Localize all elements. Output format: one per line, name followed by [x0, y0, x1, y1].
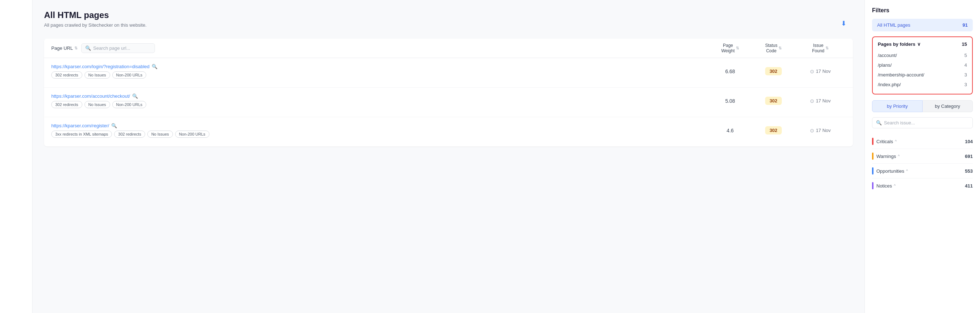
issue-category-warning[interactable]: Warnings ^ 691 [872, 149, 973, 164]
folder-path: /account/ [878, 53, 897, 58]
row-url-link[interactable]: https://kparser.com/account/checkout/ 🔍 [51, 93, 708, 99]
download-button[interactable]: ⬇ [838, 18, 849, 29]
search-issue-wrap: 🔍 [872, 117, 973, 128]
table-row: https://kparser.com/register/ 🔍 3xx redi… [44, 117, 853, 146]
row-badges: 302 redirects No Issues Non-200 URLs [51, 101, 708, 108]
status-badge: 302 [765, 126, 782, 134]
badge-302-redirects[interactable]: 302 redirects [51, 71, 82, 79]
table-header: Page URL ⇅ 🔍 Page Weight ⇅ Status Code [44, 39, 853, 58]
sort-status-icon[interactable]: ⇅ [778, 46, 782, 51]
row-badges: 302 redirects No Issues Non-200 URLs [51, 71, 708, 79]
folder-path: /membership-account/ [878, 72, 924, 77]
main-content: All HTML pages All pages crawled by Site… [32, 0, 864, 313]
url-search-icon: 🔍 [85, 46, 91, 51]
folder-item[interactable]: /account/ 5 [878, 51, 967, 60]
sort-issue-icon[interactable]: ⇅ [826, 46, 829, 51]
warning-count: 691 [965, 153, 973, 159]
table-row: https://kparser.com/account/checkout/ 🔍 … [44, 88, 853, 117]
critical-label: Criticals ^ [877, 139, 897, 144]
filter-all-pages[interactable]: All HTML pages 91 [872, 19, 973, 32]
critical-count: 104 [965, 139, 973, 144]
folder-count: 3 [964, 82, 967, 87]
badge-no-issues[interactable]: No Issues [84, 71, 110, 79]
row-url-link[interactable]: https://kparser.com/register/ 🔍 [51, 123, 708, 128]
pages-table: Page URL ⇅ 🔍 Page Weight ⇅ Status Code [44, 39, 853, 146]
badge-no-issues[interactable]: No Issues [147, 131, 173, 138]
badge-no-issues[interactable]: No Issues [84, 101, 110, 108]
status-badge: 302 [765, 96, 782, 105]
filter-all-pages-label: All HTML pages [877, 22, 910, 28]
filter-all-pages-count: 91 [963, 22, 968, 28]
row-issue-found: ⊙ 17 Nov [795, 98, 846, 104]
issue-category-notice[interactable]: Notices ^ 411 [872, 179, 973, 193]
pages-by-folders: Pages by folders ∨ 15 /account/ 5 /plans… [872, 36, 973, 95]
by-category-tab[interactable]: by Category [923, 100, 973, 112]
issue-category-opportunity[interactable]: Opportunities ^ 553 [872, 164, 973, 179]
opportunity-dot [872, 167, 873, 174]
row-status-code: 302 [752, 67, 795, 75]
row-status-code: 302 [752, 126, 795, 134]
left-sidebar [0, 0, 32, 313]
expand-icon: ^ [906, 169, 908, 173]
by-priority-tab[interactable]: by Priority [872, 100, 923, 112]
url-search-input[interactable] [93, 46, 151, 51]
folder-item[interactable]: /plans/ 4 [878, 60, 967, 70]
sort-icon[interactable]: ⇅ [75, 46, 78, 51]
filters-title: Filters [872, 7, 973, 14]
row-issue-found: ⊙ 17 Nov [795, 128, 846, 133]
row-page-weight: 5.08 [708, 98, 752, 104]
download-icon: ⬇ [841, 20, 846, 27]
row-url-section: https://kparser.com/login/?registration=… [51, 64, 708, 79]
opportunity-count: 553 [965, 168, 973, 174]
notice-label: Notices ^ [877, 183, 896, 188]
folder-count: 3 [964, 72, 967, 77]
folder-count: 4 [964, 62, 967, 68]
external-link-icon: 🔍 [111, 123, 117, 128]
folder-path: /index.php/ [878, 82, 901, 87]
page-title: All HTML pages [44, 10, 146, 20]
folder-count: 5 [964, 53, 967, 58]
badge-3xx-redirects[interactable]: 3xx redirects in XML sitemaps [51, 131, 112, 138]
folders-total-count: 15 [962, 41, 967, 47]
status-badge: 302 [765, 67, 782, 75]
page-subtitle: All pages crawled by Sitechecker on this… [44, 22, 146, 28]
chevron-down-icon: ∨ [917, 41, 921, 47]
badge-302-redirects[interactable]: 302 redirects [114, 131, 145, 138]
expand-icon: ^ [898, 154, 899, 158]
clock-icon: ⊙ [810, 128, 814, 133]
priority-category-tabs: by Priority by Category [872, 100, 973, 112]
clock-icon: ⊙ [810, 98, 814, 104]
col-status-code-header: Status Code ⇅ [752, 43, 795, 53]
col-url-header: Page URL ⇅ 🔍 [51, 43, 708, 53]
critical-dot [872, 138, 873, 145]
col-page-weight-header: Page Weight ⇅ [708, 43, 752, 53]
right-sidebar: Filters All HTML pages 91 Pages by folde… [864, 0, 980, 313]
warning-label: Warnings ^ [877, 153, 900, 159]
folder-item[interactable]: /membership-account/ 3 [878, 70, 967, 80]
folders-title[interactable]: Pages by folders ∨ [878, 41, 921, 47]
badge-non-200[interactable]: Non-200 URLs [112, 101, 146, 108]
url-search-wrap: 🔍 [81, 43, 155, 53]
sort-weight-icon[interactable]: ⇅ [736, 46, 739, 51]
table-row: https://kparser.com/login/?registration=… [44, 58, 853, 88]
row-issue-found: ⊙ 17 Nov [795, 68, 846, 74]
notice-dot [872, 182, 873, 189]
clock-icon: ⊙ [810, 68, 814, 74]
row-url-link[interactable]: https://kparser.com/login/?registration=… [51, 64, 708, 69]
opportunity-label: Opportunities ^ [877, 168, 908, 174]
search-issue-icon: 🔍 [876, 120, 882, 125]
issue-category-critical[interactable]: Criticals ^ 104 [872, 134, 973, 149]
badge-302-redirects[interactable]: 302 redirects [51, 101, 82, 108]
row-badges: 3xx redirects in XML sitemaps 302 redire… [51, 131, 708, 138]
row-url-section: https://kparser.com/register/ 🔍 3xx redi… [51, 123, 708, 138]
search-issue-input[interactable] [884, 120, 969, 125]
badge-non-200[interactable]: Non-200 URLs [175, 131, 210, 138]
folder-item[interactable]: /index.php/ 3 [878, 80, 967, 89]
badge-non-200[interactable]: Non-200 URLs [112, 71, 146, 79]
row-url-section: https://kparser.com/account/checkout/ 🔍 … [51, 93, 708, 108]
col-issue-found-header: Issue Found ⇅ [795, 43, 846, 53]
external-link-icon: 🔍 [152, 64, 158, 69]
notice-count: 411 [965, 183, 973, 188]
issue-categories: Criticals ^ 104 Warnings ^ 691 Opportuni… [872, 134, 973, 193]
col-url-label: Page URL ⇅ [51, 46, 78, 51]
